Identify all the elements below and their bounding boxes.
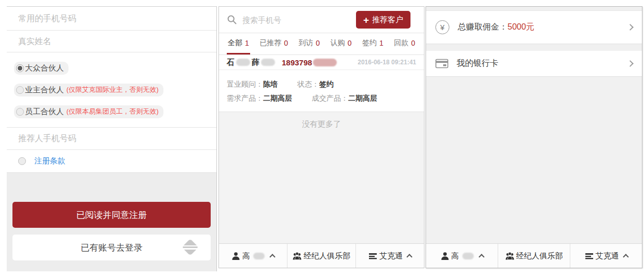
nav-item-broker-club[interactable]: 经纪人俱乐部	[287, 244, 356, 268]
customer-card[interactable]: 石薛 1893798 2016-06-18 09:21:41 置业顾问：陈培状态…	[219, 55, 424, 112]
blurred-user-name	[462, 253, 474, 259]
tab-recommended[interactable]: 已推荐 0	[258, 33, 289, 54]
list-icon	[585, 252, 594, 260]
search-row: + 推荐客户	[219, 7, 424, 33]
section-gap	[426, 44, 642, 51]
nav-app-label: 艾克通	[379, 251, 403, 261]
customer-phone: 1893798	[282, 58, 337, 67]
terms-checkbox[interactable]	[18, 157, 26, 165]
customer-phone-prefix: 1893798	[282, 58, 312, 67]
radio-pill: 员工合伙人 (仅限本易集团员工，否则无效)	[14, 105, 163, 118]
radio-pill: 大众合伙人	[14, 62, 68, 75]
tab-subscribed[interactable]: 认购 0	[330, 33, 353, 54]
bank-card-row[interactable]: 我的银行卡	[426, 51, 642, 77]
demand-label: 需求产品：	[227, 94, 263, 102]
tab-all[interactable]: 全部 1	[227, 33, 250, 54]
tab-visited[interactable]: 到访 0	[297, 33, 321, 54]
customer-card-header: 石薛 1893798 2016-06-18 09:21:41	[219, 55, 424, 70]
customer-name-2: 薛	[252, 58, 259, 66]
chevron-right-icon	[627, 60, 634, 67]
radio-label: 员工合伙人	[25, 107, 64, 117]
name-field-row	[7, 31, 216, 52]
customer-timestamp: 2016-06-18 09:21:41	[358, 59, 416, 66]
radio-row-owner-partner[interactable]: 业主合伙人 (仅限艾克国际业主，否则无效)	[7, 79, 216, 101]
nav-item-profile[interactable]: 高	[219, 244, 287, 268]
tab-label: 回款	[394, 38, 408, 48]
tab-label: 已推荐	[259, 38, 281, 48]
register-panel: 大众合伙人 业主合伙人 (仅限艾克国际业主，否则无效) 员工合伙人 (仅限本易集…	[7, 6, 217, 271]
radio-selected-icon[interactable]	[16, 64, 24, 72]
tab-signed[interactable]: 签约 1	[361, 33, 385, 54]
commission-value: 5000元	[508, 22, 535, 33]
app-stage: 大众合伙人 业主合伙人 (仅限艾克国际业主，否则无效) 员工合伙人 (仅限本易集…	[0, 0, 644, 275]
status-value: 签约	[319, 80, 334, 88]
terms-row: 注册条款	[7, 150, 216, 173]
deal-value: 二期高层	[348, 94, 377, 102]
advisor-status-line: 置业顾问：陈培状态：签约	[227, 77, 416, 91]
nav-item-broker-club[interactable]: 经纪人俱乐部	[498, 244, 570, 268]
blurred-user-name	[253, 253, 265, 259]
nav-app-label: 艾克通	[596, 251, 619, 261]
recommend-customer-button[interactable]: + 推荐客户	[356, 11, 410, 29]
list-icon	[368, 252, 377, 260]
chevron-up-icon	[406, 254, 412, 259]
radio-row-public-partner[interactable]: 大众合伙人	[7, 57, 216, 79]
tab-count: 1	[245, 39, 249, 47]
no-more-text: 没有更多了	[219, 112, 424, 129]
customer-list-panel: + 推荐客户 全部 1 已推荐 0 到访 0 认购 0 签约	[218, 6, 424, 268]
tab-count: 1	[379, 39, 383, 47]
form-footer: 已阅读并同意注册 已有账号去登录	[7, 173, 216, 271]
demand-value: 二期高层	[263, 94, 292, 102]
tab-label: 认购	[331, 38, 345, 48]
tab-count: 0	[348, 39, 352, 47]
tab-count: 0	[411, 39, 415, 47]
group-icon	[505, 252, 514, 260]
partner-type-group: 大众合伙人 业主合伙人 (仅限艾克国际业主，否则无效) 员工合伙人 (仅限本易集…	[7, 52, 216, 128]
radio-row-employee-partner[interactable]: 员工合伙人 (仅限本易集团员工，否则无效)	[7, 101, 216, 122]
tab-count: 0	[316, 39, 320, 47]
status-label: 状态：	[297, 80, 319, 88]
tab-repaid[interactable]: 回款 0	[393, 33, 416, 54]
radio-note: (仅限本易集团员工，否则无效)	[66, 107, 159, 116]
recommend-customer-label: 推荐客户	[372, 15, 403, 25]
radio-label: 业主合伙人	[25, 85, 64, 95]
advisor-label: 置业顾问：	[227, 80, 263, 88]
chevron-up-icon	[623, 254, 628, 259]
chevron-up-icon	[478, 254, 484, 259]
nav-user-name: 高	[451, 251, 459, 261]
radio-note: (仅限艾克国际业主，否则无效)	[66, 85, 159, 94]
nav-item-app[interactable]: 艾克通	[356, 244, 424, 268]
realname-input[interactable]	[18, 37, 205, 46]
plus-icon: +	[363, 15, 369, 25]
search-input[interactable]	[242, 16, 356, 24]
referrer-field-row	[7, 128, 216, 150]
goto-login-button[interactable]: 已有账号去登录	[12, 235, 211, 260]
nav-item-app[interactable]: 艾克通	[570, 244, 642, 268]
radio-pill: 业主合伙人 (仅限艾克国际业主，否则无效)	[14, 84, 163, 97]
person-icon	[231, 252, 240, 260]
blurred-name-1	[236, 59, 250, 66]
blurred-name-2	[261, 59, 275, 66]
wallet-panel: ¥ 总赚取佣金： 5000元 我的银行卡 高	[426, 6, 642, 268]
referrer-phone-input[interactable]	[18, 134, 205, 143]
brand-diamond-icon	[182, 239, 199, 256]
register-button[interactable]: 已阅读并同意注册	[12, 202, 211, 228]
radio-unselected-icon[interactable]	[16, 108, 24, 116]
customer-card-details: 置业顾问：陈培状态：签约 需求产品：二期高层成交产品：二期高层	[219, 70, 424, 112]
terms-link[interactable]: 注册条款	[34, 156, 65, 166]
group-icon	[293, 252, 302, 260]
advisor-value: 陈培	[263, 80, 278, 88]
deal-label: 成交产品：	[312, 94, 348, 102]
radio-unselected-icon[interactable]	[16, 86, 24, 94]
bottom-nav: 高 经纪人俱乐部 艾克通	[426, 243, 642, 268]
product-line: 需求产品：二期高层成交产品：二期高层	[227, 91, 416, 105]
tab-label: 全部	[228, 38, 242, 48]
yen-icon: ¥	[435, 20, 449, 34]
tab-label: 签约	[362, 38, 377, 48]
bottom-nav: 高 经纪人俱乐部 艾克通	[219, 243, 424, 268]
nav-user-name: 高	[242, 251, 250, 261]
bank-card-label: 我的银行卡	[457, 58, 498, 69]
commission-row[interactable]: ¥ 总赚取佣金： 5000元	[426, 11, 642, 44]
phone-input[interactable]	[18, 14, 205, 23]
nav-item-profile[interactable]: 高	[426, 244, 498, 268]
